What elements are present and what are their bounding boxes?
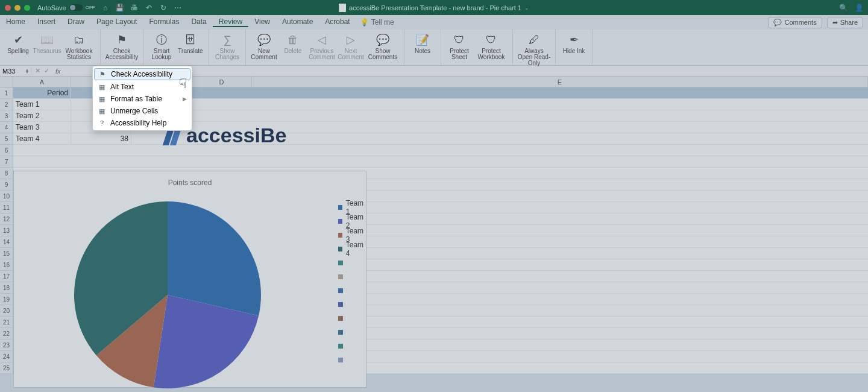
account-icon[interactable]: 👤 xyxy=(855,4,863,12)
row-header[interactable]: 7 xyxy=(0,156,13,168)
document-title[interactable]: accessiBe Presentation Template - new br… xyxy=(339,4,529,12)
row-header[interactable]: 4 xyxy=(0,122,13,133)
legend-swatch-icon xyxy=(338,302,343,307)
smart-lookup-button[interactable]: ⓘSmart Lookup xyxy=(147,31,176,60)
row-header[interactable]: 23 xyxy=(0,340,13,351)
row-header[interactable]: 10 xyxy=(0,191,13,202)
fx-icon[interactable]: fx xyxy=(55,68,61,75)
col-header[interactable]: E xyxy=(252,77,868,87)
row-header[interactable]: 12 xyxy=(0,213,13,225)
comment-icon: 💬 xyxy=(773,19,782,27)
col-header[interactable]: A xyxy=(13,77,71,87)
legend-swatch-icon xyxy=(338,233,342,238)
row-header[interactable]: 17 xyxy=(0,271,13,282)
delete-comment-button[interactable]: 🗑Delete xyxy=(278,31,307,54)
show-changes-button[interactable]: ∑Show Changes xyxy=(213,31,242,60)
more-icon[interactable]: ⋯ xyxy=(174,4,182,12)
redo-icon[interactable]: ↻ xyxy=(159,4,168,12)
enter-formula-icon[interactable]: ✓ xyxy=(44,67,49,75)
row-header[interactable]: 6 xyxy=(0,145,13,156)
maximize-window-icon[interactable] xyxy=(24,5,30,11)
next-comment-button[interactable]: ▷Next Comment xyxy=(336,31,365,60)
alt-text-icon: ▦ xyxy=(98,83,106,91)
row-header[interactable]: 9 xyxy=(0,179,13,191)
table-row[interactable]: Team 438 xyxy=(13,133,868,145)
col-header[interactable]: D xyxy=(192,77,252,87)
menu-check-accessibility[interactable]: ⚑Check Accessibility xyxy=(94,68,190,80)
row-header[interactable]: 3 xyxy=(0,110,13,122)
workbook-stats-button[interactable]: 🗂Workbook Statistics xyxy=(61,31,96,60)
tell-me[interactable]: 💡 Tell me xyxy=(360,18,394,27)
notes-button[interactable]: 📝Notes xyxy=(408,31,437,54)
legend-item-empty xyxy=(338,256,366,270)
pie-chart[interactable]: Points scored Team 1Team 2Team 3Team 4 xyxy=(13,171,366,388)
row-header[interactable]: 1 xyxy=(0,87,13,99)
row-header[interactable]: 13 xyxy=(0,225,13,236)
always-open-readonly-button[interactable]: 🖊Always Open Read-Only xyxy=(517,31,552,66)
row-header[interactable]: 24 xyxy=(0,351,13,362)
row-header[interactable]: 8 xyxy=(0,168,13,179)
tab-home[interactable]: Home xyxy=(0,17,31,27)
row-header[interactable]: 18 xyxy=(0,282,13,294)
table-row[interactable] xyxy=(13,145,868,156)
unmerge-icon: ▦ xyxy=(98,107,106,115)
legend-item-empty xyxy=(338,353,366,367)
spelling-button[interactable]: ✔︎Spelling xyxy=(4,31,33,54)
row-header[interactable]: 21 xyxy=(0,317,13,328)
select-all-corner[interactable] xyxy=(0,77,13,87)
legend-swatch-icon xyxy=(338,316,343,321)
row-header[interactable]: 5 xyxy=(0,133,13,145)
table-row[interactable] xyxy=(13,156,868,168)
legend-swatch-icon xyxy=(338,247,342,251)
save-icon[interactable]: 💾 xyxy=(116,4,124,12)
legend-swatch-icon xyxy=(338,205,342,210)
row-header[interactable]: 14 xyxy=(0,236,13,248)
print-icon[interactable]: 🖶 xyxy=(130,4,139,12)
previous-comment-button[interactable]: ◁Previous Comment xyxy=(307,31,336,60)
chart-title: Points scored xyxy=(14,179,366,187)
title-chevron-icon[interactable]: ⌄ xyxy=(524,5,529,11)
tab-page-layout[interactable]: Page Layout xyxy=(90,17,143,27)
row-header[interactable]: 11 xyxy=(0,202,13,213)
tab-formulas[interactable]: Formulas xyxy=(143,17,185,27)
cancel-formula-icon[interactable]: ✕ xyxy=(35,67,40,75)
row-header[interactable]: 20 xyxy=(0,305,13,317)
row-header[interactable]: 15 xyxy=(0,248,13,259)
autosave-toggle[interactable]: AutoSave OFF xyxy=(37,4,95,11)
menu-format-as-table[interactable]: ▦Format as Table▶ xyxy=(93,93,192,105)
protect-workbook-button[interactable]: 🛡Protect Workbook xyxy=(474,31,509,60)
row-header[interactable]: 22 xyxy=(0,328,13,340)
legend-item-empty xyxy=(338,270,366,283)
menu-alt-text[interactable]: ▦Alt Text xyxy=(93,81,192,93)
tab-automate[interactable]: Automate xyxy=(276,17,319,27)
show-comments-button[interactable]: 💬Show Comments xyxy=(365,31,400,60)
row-header[interactable]: 19 xyxy=(0,294,13,305)
protect-sheet-button[interactable]: 🛡Protect Sheet xyxy=(445,31,474,60)
comments-button[interactable]: 💬Comments xyxy=(768,17,822,28)
tab-insert[interactable]: Insert xyxy=(31,17,61,27)
search-icon[interactable]: 🔍 xyxy=(839,4,848,12)
thesaurus-button[interactable]: 📖Thesaurus xyxy=(33,31,61,54)
hide-ink-button[interactable]: ✒︎Hide Ink xyxy=(559,31,588,54)
name-box[interactable]: M33 ▴▾ xyxy=(0,68,31,75)
menu-accessibility-help[interactable]: ?Accessibility Help xyxy=(93,117,192,129)
row-header[interactable]: 16 xyxy=(0,259,13,271)
minimize-window-icon[interactable] xyxy=(14,5,20,11)
row-header[interactable]: 2 xyxy=(0,99,13,110)
translate-button[interactable]: 🈂︎Translate xyxy=(176,31,205,54)
share-button[interactable]: ➦Share xyxy=(827,17,863,28)
new-comment-button[interactable]: 💬New Comment xyxy=(250,31,278,60)
undo-icon[interactable]: ↶ xyxy=(145,4,153,12)
tab-review[interactable]: Review xyxy=(213,17,248,27)
tab-draw[interactable]: Draw xyxy=(61,17,90,27)
menu-unmerge-cells[interactable]: ▦Unmerge Cells xyxy=(93,105,192,117)
tab-data[interactable]: Data xyxy=(185,17,212,27)
check-accessibility-button[interactable]: ⚑Check Accessibility xyxy=(104,31,139,60)
close-window-icon[interactable] xyxy=(5,5,11,11)
tab-acrobat[interactable]: Acrobat xyxy=(319,17,356,27)
home-icon[interactable]: ⌂ xyxy=(101,4,110,12)
tab-view[interactable]: View xyxy=(248,17,276,27)
row-header[interactable]: 25 xyxy=(0,362,13,374)
legend-item-empty xyxy=(338,325,366,339)
ribbon: ✔︎Spelling 📖Thesaurus 🗂Workbook Statisti… xyxy=(0,30,868,66)
